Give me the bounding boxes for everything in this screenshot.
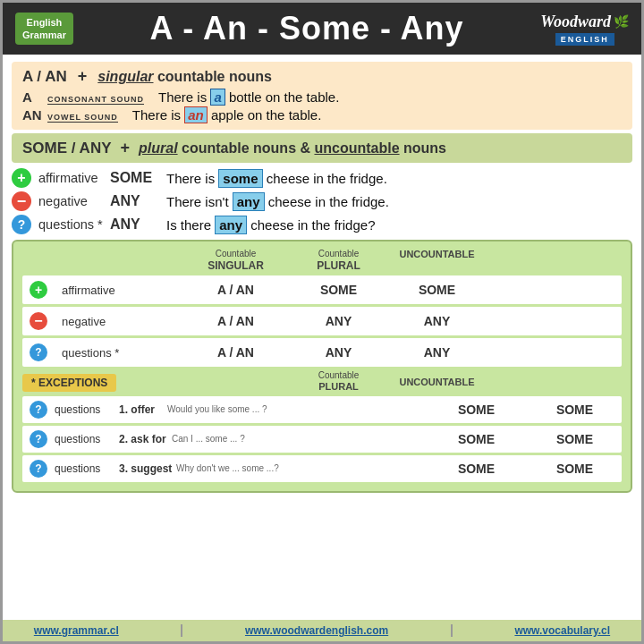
table-unc-affirmative: SOME bbox=[390, 283, 484, 297]
table-unc-questions: ANY bbox=[390, 345, 484, 360]
exc2-plural: SOME bbox=[425, 432, 528, 446]
q-circle-table: ? bbox=[30, 343, 47, 361]
minus-circle-table: − bbox=[30, 312, 47, 330]
table-plural-questions: ANY bbox=[287, 345, 390, 360]
section-a-an: A / AN + singular countable nouns A CONS… bbox=[12, 62, 632, 130]
header: English Grammar A - An - Some - Any Wood… bbox=[3, 3, 641, 55]
exc2-num: 2. ask for bbox=[119, 433, 168, 445]
footer-divider-1 bbox=[181, 624, 182, 637]
grammar-table: CountableSINGULAR CountablePLURAL UNCOUN… bbox=[12, 240, 632, 493]
woodward-logo: Woodward 🌿 ENGLISH bbox=[540, 13, 629, 46]
table-singular-affirmative: A / AN bbox=[184, 283, 287, 297]
exceptions-header-row: * EXCEPTIONS CountablePLURAL UNCOUNTABLE bbox=[22, 370, 622, 393]
exc3-ex: Why don't we ... some ...? bbox=[173, 463, 425, 473]
table-row-affirmative: + affirmative A / AN SOME SOME bbox=[22, 275, 622, 304]
exc-col-unc: UNCOUNTABLE bbox=[390, 377, 484, 387]
footer-divider-2 bbox=[451, 624, 453, 637]
col-header-singular: CountableSINGULAR bbox=[184, 249, 287, 272]
exc1-num: 1. offer bbox=[119, 403, 164, 416]
table-unc-negative: ANY bbox=[390, 314, 484, 328]
table-label-affirmative: affirmative bbox=[55, 284, 184, 297]
col-header-plural: CountablePLURAL bbox=[287, 249, 390, 272]
exc-row-2: ? questions 2. ask for Can I ... some ..… bbox=[22, 426, 622, 453]
exc3-num: 3. suggest bbox=[119, 462, 173, 475]
questions-row: ? questions * ANY Is there any cheese in… bbox=[12, 215, 632, 234]
exc2-ex: Can I ... some ... ? bbox=[168, 434, 425, 444]
a-row: A CONSONANT SOUND There is a bottle on t… bbox=[22, 89, 622, 105]
plus-circle: + bbox=[12, 168, 31, 188]
exc1-cat: questions bbox=[55, 403, 119, 416]
exc-row-1: ? questions 1. offer Would you like some… bbox=[22, 396, 622, 423]
exc1-plural: SOME bbox=[425, 402, 528, 417]
usage-section: + affirmative SOME There is some cheese … bbox=[12, 168, 632, 234]
footer-link-2[interactable]: www.woodwardenglish.com bbox=[245, 624, 388, 637]
woodward-name: Woodward bbox=[540, 13, 611, 31]
table-singular-questions: A / AN bbox=[184, 345, 287, 360]
footer-link-1[interactable]: www.grammar.cl bbox=[34, 624, 119, 637]
exc-col-plural: CountablePLURAL bbox=[287, 370, 390, 393]
table-singular-negative: A / AN bbox=[184, 314, 287, 328]
content-area: A / AN + singular countable nouns A CONS… bbox=[3, 55, 641, 641]
page-title: A - An - Some - Any bbox=[150, 10, 464, 47]
exc2-unc: SOME bbox=[528, 432, 622, 446]
exc1-ex: Would you like some ... ? bbox=[164, 404, 425, 414]
a-an-title: A / AN + singular countable nouns bbox=[22, 67, 622, 86]
table-plural-negative: ANY bbox=[287, 314, 390, 328]
a-an-rows: A CONSONANT SOUND There is a bottle on t… bbox=[22, 86, 622, 124]
plus-circle-table: + bbox=[30, 281, 47, 299]
section-some-any: SOME / ANY + plural countable nouns & un… bbox=[12, 133, 632, 163]
exc3-unc: SOME bbox=[528, 462, 622, 476]
footer: www.grammar.cl www.woodwardenglish.com w… bbox=[3, 620, 641, 641]
exc3-plural: SOME bbox=[425, 462, 528, 476]
table-plural-affirmative: SOME bbox=[287, 283, 390, 297]
exc1-unc: SOME bbox=[528, 402, 622, 417]
q-circle-exc3: ? bbox=[30, 460, 47, 478]
english-grammar-badge: English Grammar bbox=[15, 13, 73, 46]
exc-row-3: ? questions 3. suggest Why don't we ... … bbox=[22, 455, 622, 482]
question-circle: ? bbox=[12, 215, 31, 234]
leaf-icon: 🌿 bbox=[614, 14, 629, 29]
affirmative-row: + affirmative SOME There is some cheese … bbox=[12, 168, 632, 188]
exc3-cat: questions bbox=[55, 462, 119, 475]
an-row: AN VOWEL SOUND There is an apple on the … bbox=[22, 107, 622, 123]
footer-link-3[interactable]: www.vocabulary.cl bbox=[514, 624, 610, 637]
q-circle-exc2: ? bbox=[30, 430, 47, 448]
exceptions-badge: * EXCEPTIONS bbox=[22, 374, 116, 392]
table-header-row: CountableSINGULAR CountablePLURAL UNCOUN… bbox=[22, 249, 622, 272]
table-label-questions: questions * bbox=[55, 346, 184, 360]
table-row-negative: − negative A / AN ANY ANY bbox=[22, 307, 622, 335]
col-header-uncountable: UNCOUNTABLE bbox=[390, 249, 484, 272]
exc2-cat: questions bbox=[55, 433, 119, 445]
minus-circle: − bbox=[12, 191, 31, 211]
table-row-questions: ? questions * A / AN ANY ANY bbox=[22, 338, 622, 367]
table-label-negative: negative bbox=[55, 315, 184, 328]
woodward-english-label: ENGLISH bbox=[555, 33, 614, 46]
negative-row: − negative ANY There isn't any cheese in… bbox=[12, 191, 632, 211]
q-circle-exc1: ? bbox=[30, 401, 47, 419]
